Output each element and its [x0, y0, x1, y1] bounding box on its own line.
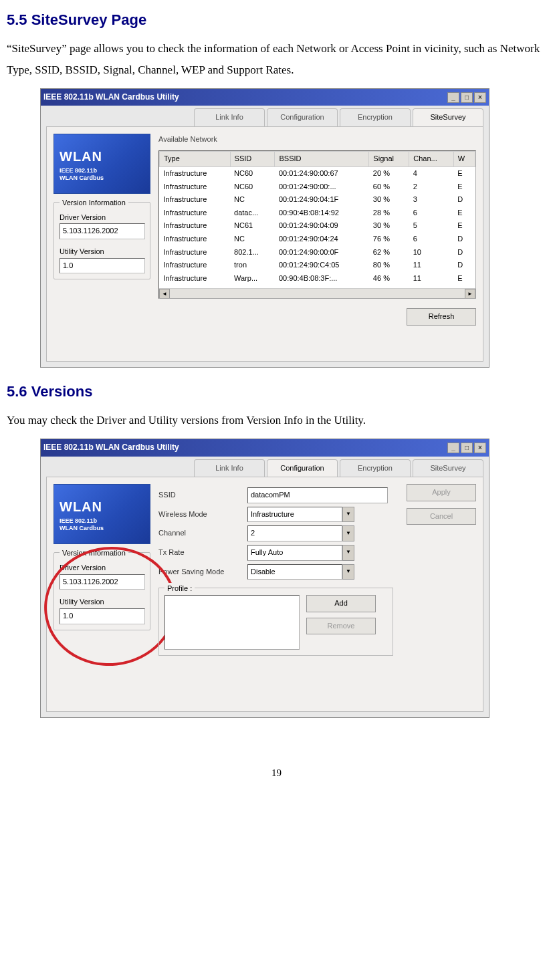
heading-sitesurvey: 5.5 SiteSurvey Page	[7, 8, 546, 31]
driver-version-value: 5.103.1126.2002	[60, 223, 145, 239]
table-row[interactable]: InfrastructureNC00:01:24:90:04:1F30 %3D	[160, 193, 475, 207]
tab-encryption[interactable]: Encryption	[340, 108, 411, 126]
tab-sitesurvey[interactable]: SiteSurvey	[413, 459, 483, 477]
scroll-right-icon[interactable]: ►	[465, 289, 475, 299]
tab-configuration[interactable]: Configuration	[267, 459, 338, 477]
utility-version-label: Utility Version	[60, 246, 144, 258]
column-header[interactable]: W	[453, 152, 475, 167]
chevron-down-icon[interactable]: ▼	[342, 507, 354, 523]
table-row[interactable]: InfrastructureWarp...00:90:4B:08:3F:...4…	[160, 272, 475, 285]
table-row[interactable]: InfrastructureNC6000:01:24:90:00:6720 %4…	[160, 167, 475, 180]
version-info-group: Version Information Driver Version 5.103…	[53, 552, 150, 630]
profile-list[interactable]	[164, 595, 300, 650]
tab-bar: Link Info Configuration Encryption SiteS…	[41, 106, 489, 126]
network-list[interactable]: TypeSSIDBSSIDSignalChan...W Infrastructu…	[158, 150, 476, 299]
tab-bar: Link Info Configuration Encryption SiteS…	[41, 457, 489, 477]
page-number: 19	[7, 765, 546, 781]
wireless-mode-label: Wireless Mode	[158, 509, 242, 521]
ssid-input[interactable]: datacomPM	[247, 487, 388, 503]
column-header[interactable]: Type	[160, 152, 231, 167]
psm-label: Power Saving Mode	[158, 566, 242, 578]
utility-version-value: 1.0	[60, 608, 145, 624]
paragraph-sitesurvey: “SiteSurvey” page allows you to check th…	[7, 38, 546, 80]
scroll-left-icon[interactable]: ◄	[159, 289, 170, 299]
paragraph-versions: You may check the Driver and Utility ver…	[7, 410, 546, 431]
titlebar[interactable]: IEEE 802.11b WLAN Cardbus Utility _ □ ×	[41, 89, 489, 106]
logo-text-big: WLAN	[60, 146, 144, 167]
channel-value: 2	[247, 525, 342, 541]
wireless-mode-dropdown[interactable]: Infrastructure ▼	[247, 507, 354, 523]
column-header[interactable]: Signal	[369, 152, 409, 167]
apply-button[interactable]: Apply	[407, 484, 476, 501]
table-row[interactable]: Infrastructuretron00:01:24:90:C4:0580 %1…	[160, 259, 475, 272]
tab-encryption[interactable]: Encryption	[340, 459, 411, 477]
remove-button[interactable]: Remove	[306, 618, 376, 635]
txrate-label: Tx Rate	[158, 547, 242, 559]
psm-dropdown[interactable]: Disable ▼	[247, 564, 354, 580]
table-row[interactable]: Infrastructuredatac...00:90:4B:08:14:922…	[160, 207, 475, 220]
profile-title: Profile :	[164, 583, 195, 595]
table-row[interactable]: InfrastructureNC6100:01:24:90:04:0930 %5…	[160, 219, 475, 233]
chevron-down-icon[interactable]: ▼	[342, 525, 354, 541]
logo-text-big: WLAN	[60, 496, 144, 517]
column-header[interactable]: SSID	[230, 152, 275, 167]
wireless-mode-value: Infrastructure	[247, 507, 342, 523]
psm-value: Disable	[247, 564, 342, 580]
close-icon[interactable]: ×	[474, 92, 486, 103]
version-info-group: Version Information Driver Version 5.103…	[53, 202, 150, 279]
driver-version-value: 5.103.1126.2002	[60, 574, 145, 590]
wlan-logo: WLAN IEEE 802.11b WLAN Cardbus	[53, 484, 150, 544]
utility-version-label: Utility Version	[60, 596, 144, 608]
tab-linkinfo[interactable]: Link Info	[194, 459, 265, 477]
version-info-title: Version Information	[60, 547, 128, 560]
configuration-window: IEEE 802.11b WLAN Cardbus Utility _ □ × …	[40, 439, 489, 718]
refresh-button[interactable]: Refresh	[407, 308, 476, 326]
sitesurvey-window: IEEE 802.11b WLAN Cardbus Utility _ □ × …	[40, 88, 489, 368]
ssid-label: SSID	[158, 489, 242, 501]
channel-dropdown[interactable]: 2 ▼	[247, 525, 354, 541]
heading-versions: 5.6 Versions	[7, 380, 546, 403]
minimize-icon[interactable]: _	[447, 443, 459, 453]
table-row[interactable]: Infrastructure802.1...00:01:24:90:00:0F6…	[160, 246, 475, 259]
logo-text-line1: IEEE 802.11b	[60, 517, 144, 525]
available-network-label: Available Network	[158, 134, 476, 146]
version-info-title: Version Information	[60, 197, 128, 209]
driver-version-label: Driver Version	[60, 562, 144, 574]
add-button[interactable]: Add	[306, 595, 376, 612]
txrate-dropdown[interactable]: Fully Auto ▼	[247, 545, 354, 561]
wlan-logo: WLAN IEEE 802.11b WLAN Cardbus	[53, 134, 150, 194]
txrate-value: Fully Auto	[247, 545, 342, 561]
close-icon[interactable]: ×	[474, 443, 486, 453]
channel-label: Channel	[158, 527, 242, 539]
maximize-icon[interactable]: □	[461, 92, 473, 103]
table-row[interactable]: InfrastructureNC00:01:24:90:04:2476 %6D	[160, 233, 475, 246]
titlebar[interactable]: IEEE 802.11b WLAN Cardbus Utility _ □ ×	[41, 439, 489, 456]
chevron-down-icon[interactable]: ▼	[342, 564, 354, 580]
tab-configuration[interactable]: Configuration	[267, 108, 338, 126]
logo-text-line2: WLAN Cardbus	[60, 174, 144, 182]
window-title: IEEE 802.11b WLAN Cardbus Utility	[43, 91, 179, 104]
tab-linkinfo[interactable]: Link Info	[194, 108, 265, 126]
horizontal-scrollbar[interactable]: ◄ ►	[159, 288, 475, 298]
table-row[interactable]: InfrastructureNC6000:01:24:90:00:...60 %…	[160, 180, 475, 194]
logo-text-line1: IEEE 802.11b	[60, 167, 144, 174]
cancel-button[interactable]: Cancel	[407, 508, 476, 525]
chevron-down-icon[interactable]: ▼	[342, 545, 354, 561]
driver-version-label: Driver Version	[60, 212, 144, 224]
profile-group: Profile : Add Remove	[158, 588, 393, 656]
logo-text-line2: WLAN Cardbus	[60, 525, 144, 532]
window-title: IEEE 802.11b WLAN Cardbus Utility	[43, 441, 179, 454]
column-header[interactable]: BSSID	[275, 152, 369, 167]
minimize-icon[interactable]: _	[447, 92, 459, 103]
utility-version-value: 1.0	[60, 258, 145, 274]
column-header[interactable]: Chan...	[409, 152, 454, 167]
tab-sitesurvey[interactable]: SiteSurvey	[413, 108, 483, 126]
maximize-icon[interactable]: □	[461, 443, 473, 453]
